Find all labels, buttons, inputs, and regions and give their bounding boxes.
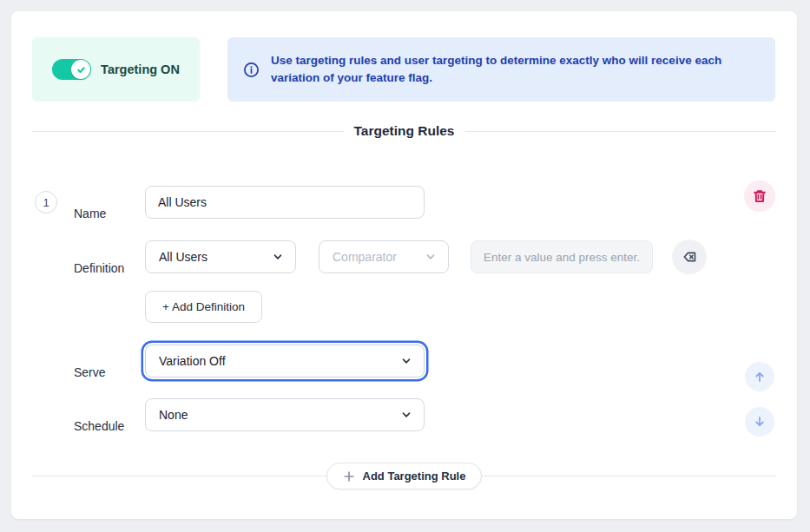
- arrow-down-icon: [752, 414, 767, 430]
- delete-rule-button[interactable]: [744, 181, 775, 212]
- section-header: Targeting Rules: [32, 122, 776, 141]
- plus-icon: [343, 470, 355, 483]
- chevron-down-icon: [401, 410, 412, 420]
- schedule-select[interactable]: None: [145, 398, 425, 431]
- chevron-down-icon: [273, 252, 283, 262]
- section-title: Targeting Rules: [354, 123, 455, 139]
- definition-property-value: All Users: [159, 250, 207, 264]
- move-rule-down-button[interactable]: [745, 407, 774, 437]
- rule-number-badge: 1: [35, 191, 57, 213]
- definition-property-select[interactable]: All Users: [145, 240, 296, 273]
- add-definition-button[interactable]: + Add Definition: [145, 291, 262, 323]
- check-icon: [76, 64, 87, 76]
- targeting-toggle[interactable]: [52, 59, 91, 80]
- comparator-select[interactable]: Comparator: [319, 240, 449, 273]
- add-targeting-rule-label: Add Targeting Rule: [363, 470, 466, 483]
- info-banner-text: Use targeting rules and user targeting t…: [271, 52, 756, 87]
- info-icon: [243, 62, 260, 78]
- definition-label: Definition: [74, 261, 124, 275]
- move-rule-up-button[interactable]: [745, 362, 774, 391]
- toggle-knob: [71, 60, 90, 79]
- divider-line: [32, 131, 344, 132]
- divider-line: [465, 131, 777, 132]
- name-label: Name: [74, 207, 106, 220]
- targeting-toggle-box: Targeting ON: [32, 37, 200, 102]
- targeting-card: Targeting ON Use targeting rules and use…: [11, 11, 797, 519]
- serve-select[interactable]: Variation Off: [145, 345, 425, 378]
- arrow-up-icon: [752, 369, 767, 384]
- info-banner: Use targeting rules and user targeting t…: [227, 37, 775, 102]
- targeting-toggle-label: Targeting ON: [101, 62, 180, 76]
- comparator-placeholder: Comparator: [333, 250, 397, 264]
- add-targeting-rule-button[interactable]: Add Targeting Rule: [326, 463, 483, 489]
- backspace-icon: [681, 248, 698, 266]
- trash-icon: [752, 188, 767, 204]
- schedule-value: None: [159, 408, 188, 422]
- clear-definition-button[interactable]: [672, 240, 707, 274]
- serve-value: Variation Off: [159, 354, 226, 368]
- chevron-down-icon: [401, 356, 412, 366]
- chevron-down-icon: [425, 252, 436, 262]
- rule-name-input[interactable]: [145, 186, 425, 219]
- definition-value-input[interactable]: [471, 240, 653, 273]
- schedule-label: Schedule: [74, 419, 124, 433]
- serve-label: Serve: [74, 365, 106, 379]
